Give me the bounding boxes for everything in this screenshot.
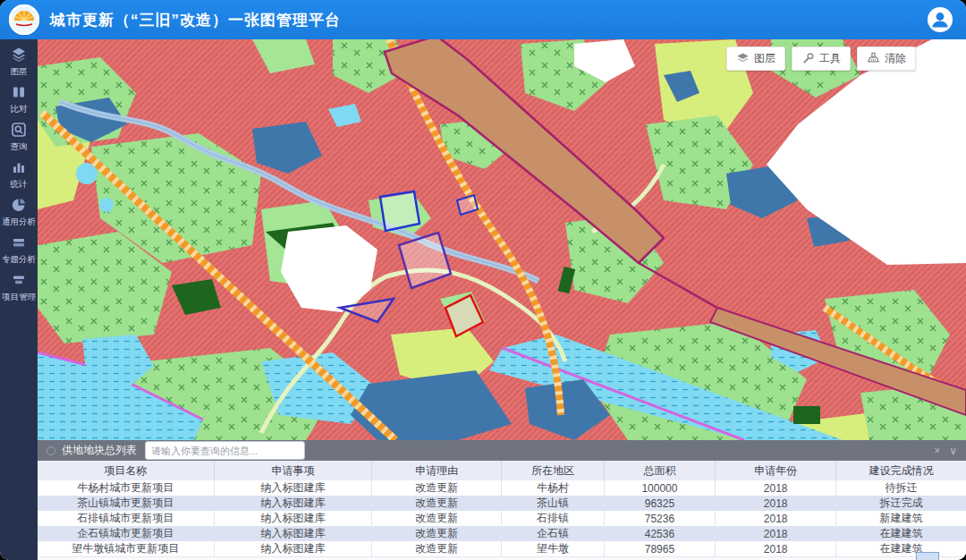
- col-application-item: 申请事项: [214, 461, 371, 480]
- page-title: 城市更新（“三旧”改造）一张图管理平台: [50, 10, 341, 30]
- sidebar-item-query[interactable]: 查询: [0, 122, 38, 153]
- sidebar-item-compare[interactable]: 比对: [0, 84, 38, 115]
- cell-total-area: 75236: [604, 511, 716, 526]
- cell-application-year: 2018: [716, 541, 836, 556]
- cell-application-year: 2018: [716, 480, 836, 496]
- list-icon: [11, 234, 27, 250]
- map-btn-label: 清除: [885, 51, 906, 66]
- table-row[interactable]: 望牛墩镇城市更新项目 纳入标图建库 改造更新 望牛墩 78965 2018 在建…: [38, 541, 966, 556]
- cell-application-item: 纳入标图建库: [214, 496, 371, 511]
- map-btn-label: 工具: [819, 51, 841, 66]
- cell-district: 望牛墩: [502, 541, 604, 556]
- cell-project-name: 茶山镇城市更新项目: [38, 496, 214, 511]
- col-completion-status: 建设完成情况: [836, 461, 966, 480]
- cell-application-reason: 改造更新: [372, 496, 502, 511]
- table-row[interactable]: 石排镇城市更新项目 纳入标图建库 改造更新 石排镇 75236 2018 新建建…: [38, 511, 966, 526]
- table-row[interactable]: 茶山镇城市更新项目 纳入标图建库 改造更新 茶山镇 96325 2018 拆迁完…: [38, 496, 966, 511]
- map-toolbar: 图层 工具 清除: [726, 47, 916, 71]
- map-clear-button[interactable]: 清除: [857, 47, 916, 71]
- map-layers-button[interactable]: 图层: [726, 47, 785, 71]
- wrench-icon: [801, 52, 815, 65]
- cell-project-name: 石排镇城市更新项目: [38, 511, 214, 526]
- map-canvas[interactable]: 图层 工具 清除: [38, 39, 966, 440]
- compare-icon: [11, 84, 27, 100]
- plots-panel-header: 供地地块总列表 × ∨: [38, 440, 966, 461]
- brush-icon: [867, 52, 880, 65]
- pagination-fragment[interactable]: [916, 552, 939, 560]
- table-row[interactable]: 企石镇城市更新项目 纳入标图建库 改造更新 企石镇 42536 2018 在建建…: [38, 526, 966, 541]
- cell-project-name: 牛杨村城市更新项目: [38, 480, 214, 496]
- top-header: 城市更新（“三旧”改造）一张图管理平台: [0, 0, 966, 39]
- cell-district: 企石镇: [502, 526, 604, 541]
- app-window: 城市更新（“三旧”改造）一张图管理平台 图层 比对 查询 统计 通用分析: [0, 0, 966, 560]
- col-application-reason: 申请理由: [372, 461, 502, 480]
- cell-application-year: 2018: [716, 526, 836, 541]
- cell-application-reason: 改造更新: [372, 541, 502, 556]
- cell-project-name: 企石镇城市更新项目: [38, 526, 214, 541]
- landuse-map: [38, 39, 966, 440]
- sidebar-label: 查询: [11, 140, 28, 152]
- cell-district: 石排镇: [502, 511, 604, 526]
- pie-chart-icon: [11, 197, 27, 213]
- panel-collapse-icon[interactable]: ∨: [949, 445, 957, 456]
- panel-toggle-icon[interactable]: [47, 446, 55, 455]
- plot-search-input[interactable]: [145, 441, 305, 460]
- sidebar-item-thematic-analysis[interactable]: 专题分析: [0, 234, 38, 266]
- sidebar-item-statistics[interactable]: 统计: [0, 159, 38, 191]
- col-total-area: 总面积: [604, 461, 716, 480]
- map-btn-label: 图层: [754, 51, 775, 66]
- sidebar-label: 项目管理: [2, 291, 36, 302]
- cell-completion-status: 新建建筑: [836, 511, 966, 526]
- panel-title: 供地地块总列表: [62, 443, 137, 458]
- cell-application-year: 2018: [716, 511, 836, 526]
- cell-application-item: 纳入标图建库: [214, 480, 371, 496]
- cell-application-reason: 改造更新: [372, 511, 502, 526]
- table-header-row: 项目名称 申请事项 申请理由 所在地区 总面积 申请年份 建设完成情况: [38, 461, 966, 480]
- sidebar-item-general-analysis[interactable]: 通用分析: [0, 197, 38, 228]
- sidebar-item-layers[interactable]: 图层: [0, 47, 38, 78]
- sidebar-label: 统计: [11, 178, 28, 190]
- search-icon: [11, 122, 27, 138]
- table-clipped-row: [38, 556, 966, 560]
- sidebar-label: 专题分析: [2, 253, 36, 265]
- cell-application-item: 纳入标图建库: [214, 541, 371, 556]
- cell-total-area: 42536: [604, 526, 716, 541]
- cell-total-area: 100000: [604, 480, 716, 496]
- left-sidebar: 图层 比对 查询 统计 通用分析 专题分析 项目管理: [0, 39, 38, 560]
- bar-chart-icon: [11, 159, 27, 175]
- panel-close-icon[interactable]: ×: [934, 445, 940, 456]
- cell-project-name: 望牛墩镇城市更新项目: [38, 541, 214, 556]
- app-logo-icon: [9, 4, 39, 35]
- sidebar-label: 通用分析: [2, 216, 36, 227]
- table-row[interactable]: 牛杨村城市更新项目 纳入标图建库 改造更新 牛杨村 100000 2018 待拆…: [38, 480, 966, 496]
- cell-application-reason: 改造更新: [372, 526, 502, 541]
- cell-district: 茶山镇: [502, 496, 604, 511]
- plots-table: 项目名称 申请事项 申请理由 所在地区 总面积 申请年份 建设完成情况 牛杨村城…: [38, 461, 966, 556]
- cell-application-item: 纳入标图建库: [214, 511, 371, 526]
- cell-district: 牛杨村: [502, 480, 604, 496]
- layers-icon: [11, 47, 27, 63]
- cell-completion-status: 拆迁完成: [836, 496, 966, 511]
- col-application-year: 申请年份: [716, 461, 836, 480]
- sidebar-label: 比对: [11, 103, 28, 115]
- map-tools-button[interactable]: 工具: [792, 47, 851, 71]
- cell-total-area: 78965: [604, 541, 716, 556]
- user-avatar-icon[interactable]: [927, 6, 953, 33]
- cell-completion-status: 在建建筑: [836, 541, 966, 556]
- col-district: 所在地区: [502, 461, 604, 480]
- cell-total-area: 96325: [604, 496, 716, 511]
- sidebar-item-project-management[interactable]: 项目管理: [0, 272, 38, 303]
- layers-icon: [736, 52, 750, 65]
- cell-application-reason: 改造更新: [372, 480, 502, 496]
- cell-completion-status: 在建建筑: [836, 526, 966, 541]
- col-project-name: 项目名称: [38, 461, 214, 480]
- cell-application-item: 纳入标图建库: [214, 526, 371, 541]
- plots-panel: 供地地块总列表 × ∨ 项目名称 申请事项 申请理由 所在地区 总面积 申请年份…: [38, 440, 966, 560]
- cell-completion-status: 待拆迁: [836, 480, 966, 496]
- highlight-parcel-blue-1[interactable]: [380, 191, 419, 231]
- tasks-icon: [11, 272, 27, 288]
- cell-application-year: 2018: [716, 496, 836, 511]
- sidebar-label: 图层: [11, 65, 28, 77]
